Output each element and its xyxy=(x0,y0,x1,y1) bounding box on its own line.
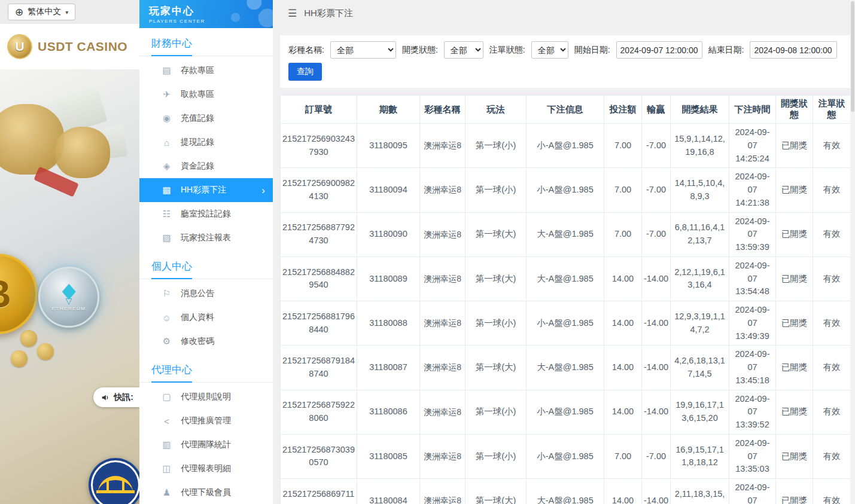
page-title: HH彩票下注 xyxy=(304,8,353,19)
sidebar-subtitle: PLAYERS CENTER xyxy=(149,19,273,24)
brand-logo[interactable]: U USDT CASINO xyxy=(0,24,139,69)
language-selector[interactable]: ⊕ 繁体中文 ▾ xyxy=(8,4,75,20)
sidebar-item-lottery[interactable]: ▦HH彩票下注› xyxy=(139,178,273,202)
cell-order-status: 有效 xyxy=(813,479,851,504)
cell-order-no: 2152172568697117360 xyxy=(281,479,357,504)
cell-bet-info: 小-A盤@1.985 xyxy=(527,301,604,346)
cell-bet-time: 2024-09-07 13:54:48 xyxy=(729,256,776,301)
sidebar-item-share[interactable]: <代理推廣管理 xyxy=(139,409,273,433)
cell-play: 第一球(大) xyxy=(465,212,527,256)
button-row: 查詢 xyxy=(288,63,842,81)
table-row: 215217256869711736031180084澳洲幸运8第一球(大)大-… xyxy=(281,479,851,504)
table-row: 215217256900982413031180094澳洲幸运8第一球(小)小-… xyxy=(281,168,851,212)
filter-panel: 彩種名稱:全部開獎狀態:全部注單狀態:全部開始日期:結束日期: 查詢 xyxy=(280,35,850,88)
team-icon: ▥ xyxy=(162,439,172,450)
start-date-input[interactable] xyxy=(616,41,702,59)
cell-bet-info: 小-A盤@1.985 xyxy=(527,124,604,168)
column-header-bet-info: 下注信息 xyxy=(527,96,604,124)
end-date-label: 結束日期: xyxy=(708,45,744,56)
cell-play: 第一球(小) xyxy=(465,301,527,346)
cell-lottery-name: 澳洲幸运8 xyxy=(420,212,465,256)
start-date-label: 開始日期: xyxy=(574,45,610,56)
cell-win-loss: -7.00 xyxy=(642,434,671,478)
scrollbar-thumb[interactable] xyxy=(851,1,854,112)
draw-status-select[interactable]: 全部 xyxy=(444,41,483,59)
sidebar-item-label: 修改密碼 xyxy=(181,336,214,347)
money-bag-graphic xyxy=(0,104,64,175)
left-panel: ⊕ 繁体中文 ▾ U USDT CASINO Ƀ ◆ ▽ ETHEREUM xyxy=(0,0,139,504)
sidebar-item-room[interactable]: ☷廳室投註記錄 xyxy=(139,202,273,226)
column-header-win-loss: 輸贏 xyxy=(642,96,671,124)
sidebar-item-gear[interactable]: ⚙修改密碼 xyxy=(139,329,273,353)
cell-play: 第一球(小) xyxy=(465,168,527,212)
cell-period: 31180089 xyxy=(357,256,420,301)
cell-bet-amount: 14.00 xyxy=(604,390,642,434)
end-date-input[interactable] xyxy=(750,41,837,59)
bitcoin-coin-graphic: Ƀ xyxy=(0,253,38,334)
cell-order-no: 2152172568791848740 xyxy=(281,346,357,390)
sidebar-item-withdraw[interactable]: ✈取款專區 xyxy=(139,83,273,106)
cell-order-status: 有效 xyxy=(813,434,851,478)
column-header-bet-time: 下注時間 xyxy=(729,96,776,124)
table-body: 215217256903243793031180095澳洲幸运8第一球(小)小-… xyxy=(281,124,851,504)
cell-bet-info: 小-A盤@1.985 xyxy=(527,390,604,434)
cell-order-status: 有效 xyxy=(813,256,851,301)
cell-win-loss: -14.00 xyxy=(642,479,671,504)
gear-icon: ⚙ xyxy=(162,336,172,347)
ethereum-icon: ◆ xyxy=(62,282,75,298)
cell-period: 31180094 xyxy=(357,168,420,212)
bet-records-table: 訂單號期數彩種名稱玩法下注信息投注額輸贏開獎結果下注時間開獎狀態注單狀態 215… xyxy=(280,95,851,504)
cell-order-status: 有效 xyxy=(813,346,851,390)
sidebar-item-detail[interactable]: ◫代理報表明細 xyxy=(139,457,273,481)
cell-period: 31180095 xyxy=(357,124,420,168)
cell-bet-info: 大-A盤@1.985 xyxy=(527,256,604,301)
report-icon: ▧ xyxy=(162,233,172,243)
sidebar-item-bell[interactable]: ⚐消息公告 xyxy=(139,282,273,306)
news-ticker: 快訊: xyxy=(93,387,139,407)
order-status-select[interactable]: 全部 xyxy=(531,41,568,59)
sidebar-item-label: 玩家投注報表 xyxy=(181,233,231,243)
sidebar-item-label: 代理推廣管理 xyxy=(181,416,231,426)
lottery-name-select[interactable]: 全部 xyxy=(330,41,396,59)
cell-period: 31180085 xyxy=(357,434,420,478)
cell-bet-amount: 14.00 xyxy=(604,346,642,390)
promo-background: Ƀ ◆ ▽ ETHEREUM 快訊: xyxy=(0,69,139,504)
cell-bet-amount: 7.00 xyxy=(604,212,642,256)
menu-toggle-icon[interactable]: ☰ xyxy=(288,7,297,20)
column-header-draw-status: 開獎狀態 xyxy=(776,96,813,124)
sidebar-item-report[interactable]: ▧玩家投注報表 xyxy=(139,226,273,250)
gold-coin-graphic xyxy=(20,330,37,347)
cell-draw-result: 14,11,5,10,4,8,9,3 xyxy=(671,168,729,212)
cell-bet-info: 大-A盤@1.985 xyxy=(527,212,604,256)
cell-order-status: 有效 xyxy=(813,390,851,434)
search-button[interactable]: 查詢 xyxy=(288,63,322,81)
cell-period: 31180086 xyxy=(357,390,420,434)
cell-play: 第一球(大) xyxy=(465,346,527,390)
sidebar-item-label: 代理規則說明 xyxy=(181,392,231,402)
sidebar-item-user[interactable]: ☺個人資料 xyxy=(139,306,273,329)
table-row: 215217256881796844031180088澳洲幸运8第一球(小)小-… xyxy=(281,301,851,346)
sidebar-item-members[interactable]: ♟代理下級會員 xyxy=(139,481,273,504)
sidebar-item-recharge[interactable]: ◉充值記錄 xyxy=(139,106,273,130)
table-row: 215217256873039057031180085澳洲幸运8第一球(小)小-… xyxy=(281,434,851,478)
cell-play: 第一球(小) xyxy=(465,434,527,478)
sidebar-item-funds[interactable]: ◈資金記錄 xyxy=(139,154,273,178)
cell-order-no: 2152172568817968440 xyxy=(281,301,357,346)
cell-play: 第一球(大) xyxy=(465,256,527,301)
sidebar-item-deposit[interactable]: ▤存款專區 xyxy=(139,59,273,83)
cell-period: 31180090 xyxy=(357,212,420,256)
sidebar-item-doc[interactable]: ▢代理規則說明 xyxy=(139,385,273,409)
sidebar-item-team[interactable]: ▥代理團隊統計 xyxy=(139,433,273,457)
cell-bet-amount: 14.00 xyxy=(604,301,642,346)
cell-order-status: 有效 xyxy=(813,124,851,168)
cell-lottery-name: 澳洲幸运8 xyxy=(420,390,465,434)
cell-win-loss: -7.00 xyxy=(642,212,671,256)
cell-lottery-name: 澳洲幸运8 xyxy=(420,124,465,168)
scrollbar-track[interactable] xyxy=(850,0,855,504)
sidebar-item-label: HH彩票下注 xyxy=(181,185,226,196)
cell-order-no: 2152172568848829540 xyxy=(281,256,357,301)
lottery-icon: ▦ xyxy=(162,185,172,196)
order-status-label: 注單狀態: xyxy=(489,45,525,56)
sidebar-item-cashout[interactable]: ⌂提現記錄 xyxy=(139,130,273,154)
cell-period: 31180084 xyxy=(357,479,420,504)
